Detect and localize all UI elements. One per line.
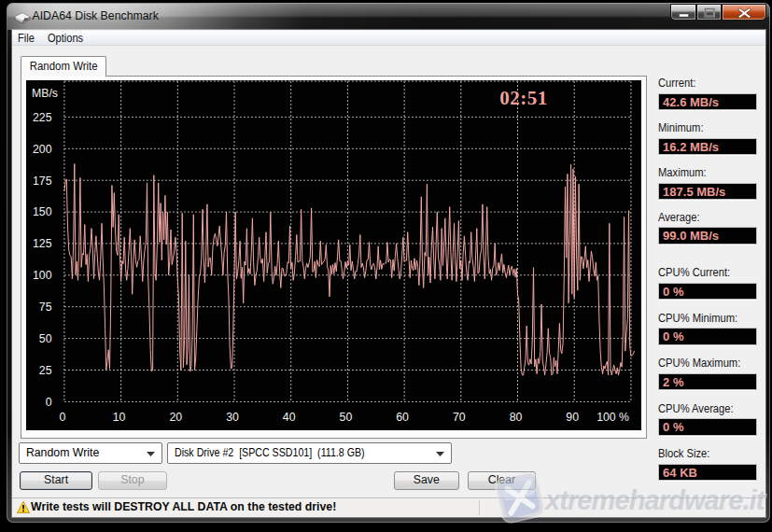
svg-text:200: 200 [33, 142, 52, 155]
svg-text:100 %: 100 % [597, 411, 629, 424]
svg-text:150: 150 [33, 205, 52, 218]
svg-text:02:51: 02:51 [499, 86, 548, 108]
svg-text:25: 25 [39, 364, 52, 377]
svg-text:10: 10 [113, 411, 126, 424]
svg-text:20: 20 [169, 411, 182, 424]
svg-text:0: 0 [46, 396, 52, 409]
svg-text:175: 175 [33, 174, 52, 187]
svg-text:75: 75 [39, 301, 52, 314]
svg-text:125: 125 [33, 237, 52, 250]
svg-text:40: 40 [283, 411, 296, 424]
svg-text:90: 90 [566, 411, 579, 424]
svg-text:50: 50 [339, 411, 352, 424]
svg-text:100: 100 [33, 269, 52, 282]
svg-text:80: 80 [510, 411, 523, 424]
svg-text:MB/s: MB/s [32, 87, 58, 100]
svg-text:70: 70 [453, 411, 466, 424]
svg-text:0: 0 [59, 411, 65, 424]
svg-text:50: 50 [39, 332, 52, 345]
svg-text:30: 30 [226, 411, 239, 424]
svg-text:60: 60 [396, 411, 409, 424]
svg-text:225: 225 [33, 111, 52, 124]
